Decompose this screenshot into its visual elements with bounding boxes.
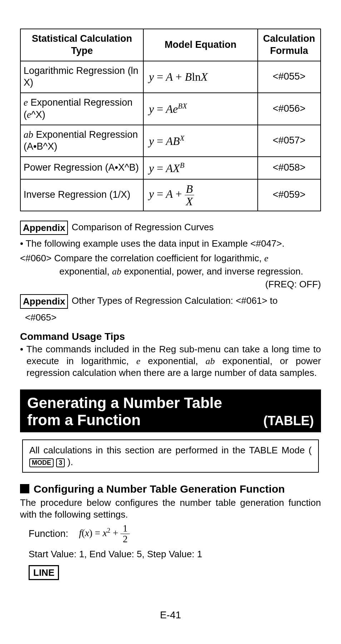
cell-eq: y = AeBX — [143, 93, 257, 125]
cell-formula: <#055> — [258, 61, 321, 93]
appendix-2: Appendix Other Types of Regression Calcu… — [20, 294, 321, 309]
regression-table: Statistical Calculation Type Model Equat… — [20, 29, 321, 211]
function-equation: f(x) = x2 + 12 — [79, 524, 130, 544]
command-tips-heading: Command Usage Tips — [20, 330, 321, 343]
cell-type: Logarithmic Regression (ln X) — [20, 61, 143, 93]
cell-formula: <#059> — [258, 179, 321, 211]
cell-type: e Exponential Regression (e^X) — [20, 93, 143, 125]
cell-type: ab Exponential Regression (A•B^X) — [20, 125, 143, 157]
cell-formula: <#056> — [258, 93, 321, 125]
table-row: e Exponential Regression (e^X) y = AeBX … — [20, 93, 321, 125]
table-row: ab Exponential Regression (A•B^X) y = AB… — [20, 125, 321, 157]
subsection: Configuring a Number Table Generation Fu… — [20, 483, 321, 495]
cell-eq: y = A + BlnX — [143, 61, 257, 93]
function-row: Function: f(x) = x2 + 12 — [20, 524, 321, 544]
cell-formula: <#058> — [258, 157, 321, 179]
cell-type: Power Regression (A•X^B) — [20, 157, 143, 179]
cell-type: Inverse Regression (1/X) — [20, 179, 143, 211]
cell-formula: <#057> — [258, 125, 321, 157]
function-label: Function: — [29, 528, 68, 540]
section-table-tag: (TABLE) — [263, 413, 314, 429]
mode-key: MODE — [29, 458, 54, 468]
paragraph: The procedure below configures the numbe… — [20, 497, 321, 520]
freq-off: (FREQ: OFF) — [20, 278, 321, 290]
page-number: E-41 — [20, 609, 321, 621]
appendix-label: Appendix — [20, 221, 68, 235]
mode-note: All calculations in this section are per… — [22, 439, 319, 473]
th-type: Statistical Calculation Type — [20, 29, 143, 61]
line-box: LINE — [29, 565, 59, 580]
table-row: Logarithmic Regression (ln X) y = A + Bl… — [20, 61, 321, 93]
cell-eq: y = A + BX — [143, 179, 257, 211]
section-title-l1: Generating a Number Table — [27, 394, 314, 412]
hang-line2: exponential, ab exponential, power, and … — [20, 266, 321, 278]
appendix-text: Other Types of Regression Calculation: <… — [71, 294, 321, 307]
three-key: 3 — [56, 458, 65, 468]
appendix-1: Appendix Comparison of Regression Curves — [20, 221, 321, 235]
table-row: Power Regression (A•X^B) y = AXB <#058> — [20, 157, 321, 179]
bullet-example: • The following example uses the data in… — [20, 238, 321, 250]
cell-eq: y = ABX — [143, 125, 257, 157]
th-formula: Calculation Formula — [258, 29, 321, 61]
appendix-text: Comparison of Regression Curves — [71, 221, 321, 233]
appendix-label: Appendix — [20, 294, 68, 309]
square-icon — [20, 484, 29, 493]
subsection-heading: Configuring a Number Table Generation Fu… — [34, 483, 285, 495]
th-eq: Model Equation — [143, 29, 257, 61]
section-header: Generating a Number Table from a Functio… — [20, 389, 321, 433]
hang-para: <#060> Compare the correlation coefficie… — [20, 252, 321, 265]
appendix-2-tail: <#065> — [20, 312, 321, 323]
command-tips-body: • The commands included in the Reg sub-m… — [20, 343, 321, 379]
table-row: Inverse Regression (1/X) y = A + BX <#05… — [20, 179, 321, 211]
cell-eq: y = AXB — [143, 157, 257, 179]
values-line: Start Value: 1, End Value: 5, Step Value… — [20, 548, 321, 560]
section-title-l2: from a Function — [27, 412, 140, 429]
